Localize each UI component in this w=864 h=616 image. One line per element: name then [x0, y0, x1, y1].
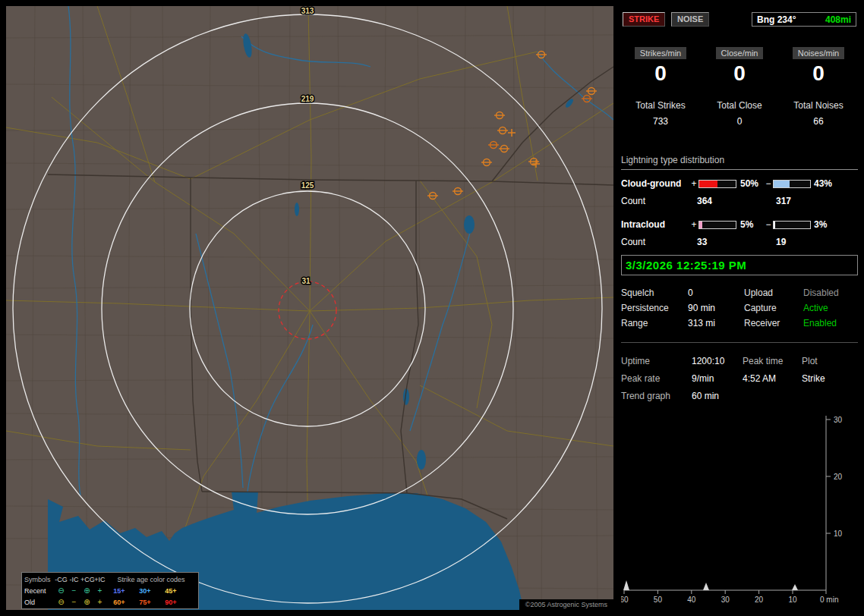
legend-age-cell: 30+	[132, 587, 158, 595]
legend-symbols-label: Symbols	[24, 576, 55, 583]
total-strikes: Total Strikes 733	[621, 100, 700, 127]
svg-text:10: 10	[834, 530, 843, 538]
distribution-title: Lightning type distribution	[621, 155, 858, 170]
trend-graph-label: Trend graph	[621, 391, 692, 401]
total-close-label: Total Close	[700, 100, 779, 111]
svg-text:31: 31	[301, 277, 311, 285]
map-legend: Symbols -CG -IC +CG +IC Strike age color…	[21, 572, 199, 609]
ic-plus-bar	[698, 221, 736, 229]
cg-plus-pct: 50%	[736, 178, 764, 189]
svg-text:20: 20	[755, 596, 764, 604]
count-label: Count	[621, 196, 697, 208]
stats-row-uptime: Uptime 1200:10 Peak time Plot	[621, 352, 858, 369]
copyright-text: ©2005 Astrogenic Systems	[519, 599, 613, 610]
close-per-min-value: 0	[700, 61, 779, 86]
legend-symbol-glyph: −	[68, 586, 80, 595]
section-divider	[621, 342, 858, 343]
total-noises-value: 66	[779, 116, 858, 127]
stats-block: Uptime 1200:10 Peak time Plot Peak rate …	[621, 352, 858, 404]
status-row-squelch: Squelch 0 Upload Disabled	[621, 285, 858, 300]
range-label: Range	[621, 318, 688, 328]
bearing-label: Bng 234°	[757, 14, 796, 25]
minus-sign: −	[764, 178, 773, 189]
strikes-per-min-value: 0	[621, 61, 700, 86]
count-label: Count	[621, 237, 697, 249]
peak-rate-label: Peak rate	[621, 373, 692, 384]
intracloud-label: Intracloud	[621, 219, 689, 230]
legend-age-cell: 90+	[158, 599, 184, 606]
ic-minus-bar	[773, 221, 811, 229]
peak-time-label: Peak time	[743, 356, 802, 366]
legend-symbol-glyph: ⊕	[80, 586, 93, 595]
legend-age-cell: 60+	[106, 599, 132, 606]
ic-plus-pct: 5%	[736, 219, 764, 230]
range-value: 313 mi	[688, 318, 744, 328]
peak-time-value: 4:52 AM	[743, 373, 802, 384]
svg-text:20: 20	[834, 473, 843, 481]
noise-mode-button[interactable]: NOISE	[671, 12, 709, 27]
strikes-per-min-label: Strikes/min	[635, 47, 686, 59]
status-row-range: Range 313 mi Receiver Enabled	[621, 316, 858, 331]
squelch-value: 0	[688, 288, 744, 298]
legend-symbol-glyph: ⊖	[55, 586, 68, 595]
status-row-persistence: Persistence 90 min Capture Active	[621, 300, 858, 316]
receiver-label: Receiver	[744, 318, 803, 328]
plot-label: Plot	[802, 356, 818, 366]
legend-recent-symbols: ⊖−⊕+	[55, 586, 106, 595]
stats-row-peakrate: Peak rate 9/min 4:52 AM Strike	[621, 369, 858, 387]
cg-plus-bar	[698, 180, 736, 188]
intracloud-row: Intracloud + 5% − 3%	[621, 218, 858, 231]
plus-sign: +	[689, 219, 698, 230]
svg-text:313: 313	[301, 7, 314, 15]
svg-text:30: 30	[721, 596, 730, 604]
squelch-label: Squelch	[621, 288, 688, 298]
legend-col-neg-cg: -CG	[55, 576, 68, 583]
legend-age-title: Strike age color codes	[106, 576, 196, 583]
uptime-value: 1200:10	[692, 356, 743, 366]
svg-text:10: 10	[788, 596, 797, 604]
svg-text:0 min: 0 min	[820, 596, 838, 604]
datetime-display: 3/3/2026 12:25:19 PM	[621, 255, 858, 275]
legend-symbol-glyph: ⊕	[80, 598, 93, 606]
legend-age-cell: 45+	[158, 587, 184, 595]
legend-recent-label: Recent	[24, 587, 55, 595]
legend-age-cell: 75+	[132, 599, 158, 606]
noises-per-min-value: 0	[779, 61, 858, 86]
ic-plus-count: 33	[697, 237, 776, 249]
legend-symbol-glyph: −	[68, 598, 80, 606]
plus-sign: +	[689, 178, 698, 189]
svg-text:60: 60	[621, 596, 629, 604]
legend-col-pos-cg: +CG	[80, 576, 93, 583]
cg-minus-pct: 43%	[811, 178, 834, 189]
legend-col-pos-ic: +IC	[93, 576, 106, 583]
uptime-label: Uptime	[621, 356, 692, 366]
plot-value: Strike	[802, 373, 825, 384]
receiver-value: Enabled	[803, 318, 837, 328]
legend-age-cell: 15+	[106, 587, 132, 595]
svg-text:219: 219	[301, 95, 314, 103]
legend-symbol-glyph: +	[93, 598, 106, 606]
cloud-ground-row: Cloud-ground + 50% − 43%	[621, 178, 858, 190]
total-strikes-value: 733	[621, 116, 700, 127]
upload-label: Upload	[744, 288, 803, 298]
stats-row-trend: Trend graph 60 min	[621, 387, 858, 404]
legend-old-symbols: ⊖−⊕+	[55, 598, 106, 606]
strike-mode-button[interactable]: STRIKE	[623, 12, 665, 27]
legend-old-ages: 60+75+90+	[106, 599, 196, 606]
svg-text:50: 50	[654, 596, 663, 604]
close-per-min: Close/min 0	[700, 47, 779, 86]
ic-minus-pct: 3%	[811, 219, 834, 230]
intracloud-count-row: Count 33 19	[621, 237, 858, 249]
rate-counters: Strikes/min 0 Close/min 0 Noises/min 0	[621, 47, 858, 86]
cloud-ground-label: Cloud-ground	[621, 178, 689, 189]
persistence-value: 90 min	[688, 303, 744, 313]
total-counters: Total Strikes 733 Total Close 0 Total No…	[621, 100, 858, 127]
lightning-map[interactable]: 31321912531 Symbols -CG -IC +CG +IC Stri…	[6, 6, 613, 610]
total-noises: Total Noises 66	[779, 100, 858, 127]
svg-text:125: 125	[301, 181, 314, 190]
legend-symbol-glyph: +	[93, 586, 106, 595]
legend-col-neg-ic: -IC	[68, 576, 80, 583]
trend-graph: 3020106050403020100 min	[621, 410, 858, 607]
legend-old-label: Old	[24, 599, 55, 606]
bearing-box: Bng 234° 408mi	[752, 12, 856, 27]
